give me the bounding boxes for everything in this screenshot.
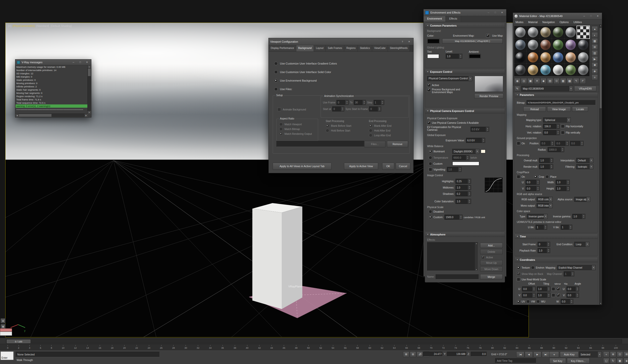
tab-background[interactable]: Background [296,45,314,51]
timeline-tick[interactable]: 62 [381,345,383,349]
timeline-tick[interactable]: 32 [197,345,199,349]
rollout-header[interactable]: Exposure Control [425,69,505,74]
vray-log[interactable]: Maximum memory usage for resman: 0.00 MB… [16,65,88,114]
view-image-button[interactable]: View Image [547,106,571,112]
match-rendering-output-option[interactable]: Match Rendering Output [279,132,315,136]
material-sample-slot[interactable] [539,26,552,38]
video-color-check-icon[interactable]: ▥ [592,50,598,56]
show-map-on-back-checkbox[interactable] [517,272,520,276]
timeline-tick[interactable]: 14 [86,345,89,349]
scroll-left-icon[interactable]: ◀ [16,114,19,117]
start-at-field[interactable]: 0 [332,106,344,111]
material-name-dropdown[interactable]: Map #2138380549 [521,86,573,91]
mono-output-dropdown[interactable]: RGB intensity [537,203,553,208]
timeline-tick[interactable]: 70 [430,345,433,349]
material-sample-slot[interactable] [514,51,527,64]
u-mirror-checkbox[interactable] [552,287,555,291]
remove-button[interactable]: Remove [387,141,408,147]
scrollbar-thumb[interactable] [88,69,91,76]
timeline-tick[interactable]: 90 [552,345,555,349]
animate-background-row[interactable]: Animate Background [277,108,306,111]
apply-active-view-button[interactable]: Apply to Active View [344,163,378,170]
material-sample-slot[interactable] [577,39,589,51]
use-real-world-scale-checkbox[interactable] [517,278,520,281]
u-tile-checkbox[interactable] [556,287,560,291]
timeline-tick[interactable]: 50 [307,345,310,349]
viewport-shading-menu[interactable]: [Default Shading] [50,24,72,27]
material-sample-slot[interactable] [527,26,539,38]
zoom-region-icon[interactable]: ⊞ [623,351,628,357]
use-map-checkbox[interactable] [486,34,490,37]
material-sample-slot[interactable] [527,64,539,76]
rollout-header[interactable]: Atmosphere [425,232,505,237]
material-type-button[interactable]: VRayHDRI [574,86,596,91]
timeline-tick[interactable]: 4 [29,345,30,349]
play-button[interactable]: ▶ [533,351,541,357]
rgb-output-dropdown[interactable]: RGB color [537,197,553,202]
flip-vertically-checkbox[interactable] [561,131,564,134]
crop-v-field[interactable]: 0.0 [526,186,540,191]
select-by-material-icon[interactable]: ◈ [592,68,598,74]
effect-name-field[interactable] [436,274,479,279]
timeline-tick[interactable]: 28 [172,345,175,349]
u-angle-field[interactable]: 0.0 [566,286,579,291]
menu-material[interactable]: Material [528,21,538,24]
option-use-solid[interactable]: Use Customize User Interface Solid Color [274,68,337,76]
material-sample-slot[interactable] [527,51,539,64]
exposure-control-dropdown[interactable]: Physical Camera Exposure Control [427,76,472,81]
timeline-tick[interactable]: 84 [516,345,519,349]
background-color-swatch[interactable] [427,39,440,44]
exposure-value-field[interactable]: 6.0 EV [466,138,485,143]
highlights-field[interactable]: 0.25 [455,179,471,184]
coordinates-mapping-dropdown[interactable]: Explicit Map Channel [557,265,596,270]
v-offset-field[interactable]: 0.0 [522,293,536,298]
timeline-tick[interactable]: 2 [18,345,19,349]
material-sample-slot[interactable] [577,26,589,38]
field-of-view-icon[interactable]: ◱ [603,358,609,364]
horiz-rotation-field[interactable]: 156.0 [543,124,560,129]
vertical-scrollbar[interactable]: ▲ ▼ [87,65,91,114]
track-bar[interactable]: 0 / 100 [0,338,628,344]
option-use-environment[interactable]: Use Environment Background [274,76,337,85]
sample-type-icon[interactable]: ● [592,26,598,32]
timeline-tick[interactable]: 94 [577,345,580,349]
u-offset-field[interactable]: 0.0 [522,286,536,291]
rollout-header[interactable]: Time [515,234,598,239]
timeline-tick[interactable]: 8 [51,345,52,349]
timeline-tick[interactable]: 26 [160,345,163,349]
timeline-tick[interactable]: 86 [528,345,531,349]
filtering-dropdown[interactable]: Isotropic [576,164,593,169]
radio[interactable] [274,87,278,91]
blank-after-end-option[interactable]: Blank After End [369,124,391,128]
tab-layout[interactable]: Layout [314,45,326,51]
material-map-navigator-icon[interactable]: ≡ [592,74,598,80]
viewport-renderer-menu[interactable]: [Standard] [36,24,49,27]
radio[interactable] [274,79,278,82]
timeline-tick[interactable]: 40 [246,345,249,349]
material-sample-slot[interactable] [539,64,552,76]
set-key-button[interactable]: Set Key [549,358,566,364]
reload-button[interactable]: Reload [523,106,546,112]
v-angle-field[interactable]: 0.0 [566,293,579,298]
physical-scale-custom-option[interactable]: Custom: 1500.0 candelas / RGB unit [427,215,503,220]
maxscript-mini-listener[interactable] [0,332,12,336]
menu-navigation[interactable]: Navigation [542,21,555,24]
temperature-option[interactable]: Temperature 6500.0 kelvin [427,155,503,160]
start-frame-field[interactable]: 0 [538,242,550,247]
timeline-tick[interactable]: 72 [442,345,445,349]
sample-uv-tiling-icon[interactable]: ⊞ [592,44,598,50]
go-to-parent-icon[interactable]: ↰ [573,78,579,84]
apply-all-views-button[interactable]: Apply to All Views in Active Layout Tab [273,163,331,170]
close-icon[interactable]: ✕ [84,60,90,64]
snaps-toggle-icon[interactable]: ⊞ [410,351,416,357]
interpolation-dropdown[interactable]: Default [576,158,593,163]
environ-radio[interactable] [531,266,535,269]
move-up-button[interactable]: Move Up [480,260,503,265]
make-unique-icon[interactable]: ◆ [540,78,547,84]
map-channel-field[interactable]: 1 [564,271,574,276]
material-sample-slot[interactable] [552,64,564,76]
inverse-gamma-field[interactable]: 1.0 [572,214,585,219]
dialog-titlebar[interactable]: Viewport Configuration ? ✕ [269,38,413,45]
wu-radio[interactable] [536,300,540,303]
playback-rate-field[interactable]: 1.0 [538,248,550,253]
